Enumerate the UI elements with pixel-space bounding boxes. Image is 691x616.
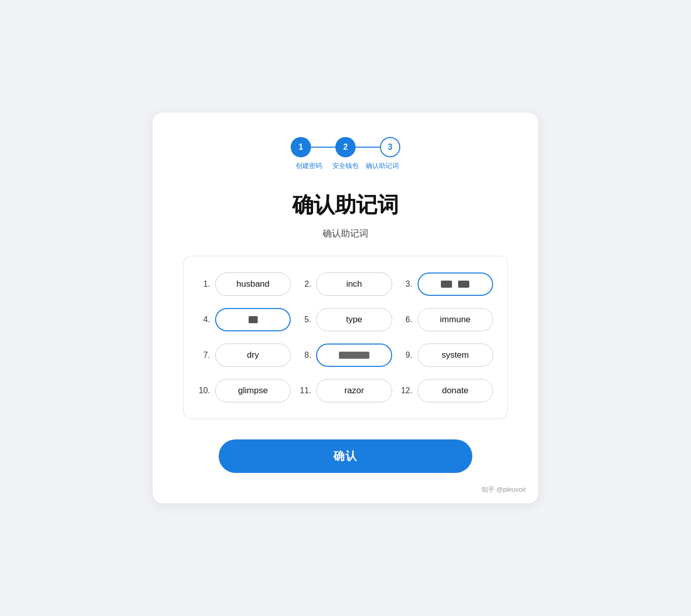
word-number-10: 10.	[198, 386, 210, 395]
word-pill-5: type	[316, 308, 392, 331]
word-pill-2: inch	[316, 272, 392, 296]
word-number-1: 1.	[198, 280, 210, 289]
word-item-1: 1.husband	[198, 272, 291, 296]
word-pill-8[interactable]	[316, 344, 392, 367]
step-3-label: 确认助记词	[364, 161, 400, 170]
confirm-button[interactable]: 确认	[219, 439, 472, 473]
word-number-12: 12.	[400, 386, 412, 395]
word-number-6: 6.	[400, 315, 412, 324]
word-item-6: 6.immune	[400, 308, 493, 331]
word-pill-6: immune	[418, 308, 493, 331]
word-item-3: 3.	[400, 272, 493, 296]
word-number-5: 5.	[299, 315, 311, 324]
word-number-2: 2.	[299, 280, 311, 289]
word-pill-4[interactable]	[215, 308, 291, 331]
step-line-1	[311, 147, 335, 148]
word-grid: 1.husband2.inch3.4.5.type6.immune7.dry8.…	[198, 272, 493, 402]
stepper: 1 2 3 创建密码 安全钱包 确认助记词	[183, 137, 508, 170]
word-item-5: 5.type	[299, 308, 392, 331]
watermark: 知乎 @pleuvoir	[481, 485, 526, 494]
page-subtitle: 确认助记词	[183, 227, 508, 239]
step-2-label: 安全钱包	[327, 161, 364, 170]
page-title: 确认助记词	[183, 191, 508, 219]
word-number-4: 4.	[198, 315, 210, 324]
word-item-2: 2.inch	[299, 272, 392, 296]
stepper-circles: 1 2 3	[291, 137, 400, 157]
step-2-circle: 2	[335, 137, 356, 157]
word-item-7: 7.dry	[198, 344, 291, 367]
word-pill-9: system	[418, 344, 493, 367]
step-line-2	[356, 147, 380, 148]
word-item-10: 10.glimpse	[198, 379, 291, 402]
word-item-4: 4.	[198, 308, 291, 331]
word-number-11: 11.	[299, 386, 311, 395]
step-3-circle: 3	[380, 137, 400, 157]
word-number-7: 7.	[198, 351, 210, 360]
word-number-3: 3.	[400, 280, 412, 289]
word-pill-10: glimpse	[215, 379, 291, 402]
main-card: 1 2 3 创建密码 安全钱包 确认助记词 确认助记词 确认助记词 1.husb…	[153, 113, 538, 503]
word-number-8: 8.	[299, 351, 311, 360]
stepper-labels: 创建密码 安全钱包 确认助记词	[291, 161, 400, 170]
word-item-8: 8.	[299, 344, 392, 367]
word-grid-container: 1.husband2.inch3.4.5.type6.immune7.dry8.…	[183, 256, 508, 419]
word-pill-3[interactable]	[418, 272, 493, 296]
word-pill-7: dry	[215, 344, 291, 367]
word-item-11: 11.razor	[299, 379, 392, 402]
word-item-9: 9.system	[400, 344, 493, 367]
word-item-12: 12.donate	[400, 379, 493, 402]
step-1-label: 创建密码	[291, 161, 327, 170]
step-1-circle: 1	[291, 137, 311, 157]
word-number-9: 9.	[400, 351, 412, 360]
word-pill-12: donate	[418, 379, 493, 402]
word-pill-11: razor	[316, 379, 392, 402]
word-pill-1: husband	[215, 272, 291, 296]
